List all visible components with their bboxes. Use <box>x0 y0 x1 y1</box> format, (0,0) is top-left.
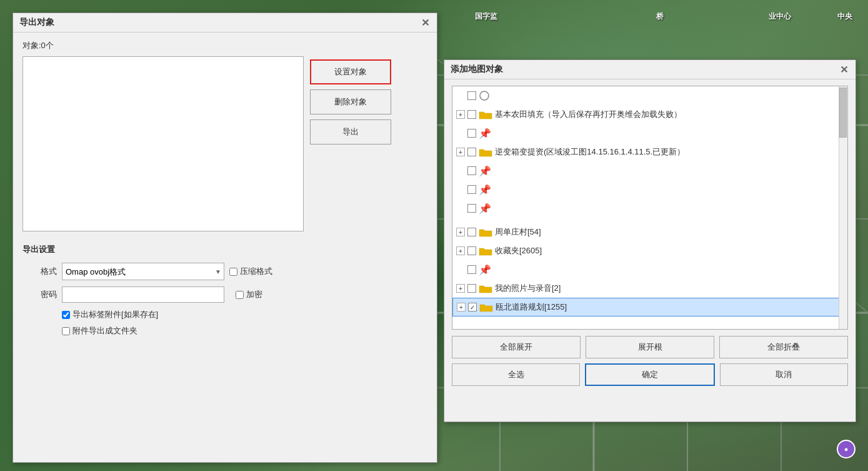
tree-checkbox-6[interactable] <box>467 185 476 194</box>
add-map-dialog-titlebar: 添加地图对象 ✕ <box>444 60 856 79</box>
pin-yellow-icon-6: 📌 <box>479 184 491 196</box>
tree-checkbox-8[interactable] <box>467 228 476 236</box>
object-list <box>22 56 304 231</box>
circle-icon-1 <box>479 90 490 101</box>
expand-all-button[interactable]: 全部展开 <box>452 336 581 358</box>
map-label-business: 业中心 <box>769 11 791 22</box>
tree-item-4[interactable]: + 逆变箱变提资(区域浚工图14.15.16.1.4.11.5.已更新） <box>452 143 847 161</box>
tree-item-3[interactable]: 📌 <box>452 124 847 143</box>
object-count: 对象:0个 <box>22 40 427 51</box>
tree-item-8-label: 周单庄村[54] <box>495 226 541 238</box>
export-dialog-close[interactable]: ✕ <box>419 17 431 28</box>
password-row: 密码 加密 <box>22 286 427 303</box>
format-row: 格式 Omap ovobj格式 KML格式 GPX格式 CSV格式 ▼ 压缩格式 <box>22 263 427 280</box>
folder-icon-2 <box>479 109 492 120</box>
tree-item-12-label: 瓯北道路规划[1255] <box>496 301 567 313</box>
pin-brown-icon-5: 📌 <box>479 165 491 177</box>
confirm-button[interactable]: 确定 <box>585 363 714 386</box>
export-tags-checkbox[interactable] <box>62 311 70 319</box>
format-select[interactable]: Omap ovobj格式 KML格式 GPX格式 CSV格式 <box>62 263 224 280</box>
tree-item-11[interactable]: + 我的照片与录音[2] <box>452 279 847 298</box>
tree-item-4-label: 逆变箱变提资(区域浚工图14.15.16.1.4.11.5.已更新） <box>495 146 685 158</box>
tree-item-2-label: 基本农田填充（导入后保存再打开奥维会加载失败） <box>495 109 682 120</box>
expand-btn-4[interactable]: + <box>456 148 465 156</box>
tree-item-1[interactable] <box>452 86 847 105</box>
attachment-folder-checkbox[interactable] <box>62 327 70 335</box>
object-buttons: 设置对象 删除对象 导出 <box>310 56 391 231</box>
encrypt-checkbox-label[interactable]: 加密 <box>236 289 262 300</box>
folder-icon-11 <box>479 283 492 294</box>
map-label-guozijian: 国字监 <box>475 11 497 22</box>
tree-item-11-label: 我的照片与录音[2] <box>495 283 561 294</box>
expand-btn-2[interactable]: + <box>456 110 465 119</box>
expand-btn-11[interactable]: + <box>456 284 465 293</box>
attachment-folder-text: 附件导出成文件夹 <box>72 325 137 337</box>
tree-item-8[interactable]: + 周单庄村[54] <box>452 223 847 241</box>
folder-icon-9 <box>479 245 492 256</box>
tree-checkbox-3[interactable] <box>467 129 476 138</box>
add-map-body: + 基本农田填充（导入后保存再打开奥维会加载失败） 📌 + <box>444 79 856 392</box>
tree-checkbox-12[interactable] <box>468 303 477 311</box>
expand-btn-12[interactable]: + <box>457 303 466 311</box>
format-select-wrapper: Omap ovobj格式 KML格式 GPX格式 CSV格式 ▼ <box>62 263 224 280</box>
compress-label: 压缩格式 <box>240 266 272 277</box>
export-button[interactable]: 导出 <box>310 119 391 144</box>
add-map-dialog-close[interactable]: ✕ <box>838 64 849 75</box>
tree-item-12[interactable]: + 瓯北道路规划[1255] <box>452 298 847 317</box>
action-buttons-row2: 全选 确定 取消 <box>452 363 848 386</box>
attachment-folder-label[interactable]: 附件导出成文件夹 <box>62 325 137 337</box>
tree-item-2[interactable]: + 基本农田填充（导入后保存再打开奥维会加载失败） <box>452 105 847 124</box>
map-label-central: 中央 <box>837 11 852 22</box>
attachment-folder-row: 附件导出成文件夹 <box>22 325 427 337</box>
folder-icon-4 <box>479 146 492 158</box>
tree-checkbox-10[interactable] <box>467 265 476 274</box>
tree-item-5[interactable]: 📌 <box>452 161 847 180</box>
tree-checkbox-11[interactable] <box>467 284 476 293</box>
export-dialog-title: 导出对象 <box>19 17 54 28</box>
tree-item-10[interactable]: 📌 <box>452 260 847 279</box>
tree-checkbox-9[interactable] <box>467 246 476 255</box>
action-buttons-row1: 全部展开 展开根 全部折叠 <box>452 336 848 358</box>
scrollbar-track[interactable] <box>839 86 847 329</box>
encrypt-checkbox[interactable] <box>236 291 244 299</box>
tree-item-6[interactable]: 📌 <box>452 180 847 199</box>
map-label-bridge: 桥 <box>656 11 664 22</box>
map-marker-purple: ● <box>837 440 856 458</box>
tree-checkbox-7[interactable] <box>467 204 476 213</box>
tree-container[interactable]: + 基本农田填充（导入后保存再打开奥维会加载失败） 📌 + <box>452 86 848 330</box>
tree-item-9-label: 收藏夹[2605] <box>495 245 542 256</box>
format-label: 格式 <box>22 266 57 277</box>
export-dialog-titlebar: 导出对象 ✕ <box>13 13 437 33</box>
export-tags-row: 导出标签附件[如果存在] <box>22 309 427 320</box>
tree-checkbox-5[interactable] <box>467 166 476 175</box>
pin-green-icon-3: 📌 <box>479 128 491 139</box>
tree-checkbox-1[interactable] <box>467 91 476 100</box>
password-label: 密码 <box>22 289 57 300</box>
pin-yellow-icon-10: 📌 <box>479 264 491 276</box>
pin-yellow-icon-7: 📌 <box>479 203 491 215</box>
password-input[interactable] <box>62 286 224 303</box>
expand-root-button[interactable]: 展开根 <box>586 336 714 358</box>
expand-btn-8[interactable]: + <box>456 228 465 236</box>
collapse-all-button[interactable]: 全部折叠 <box>719 336 848 358</box>
folder-icon-8 <box>479 226 492 238</box>
compress-checkbox[interactable] <box>229 268 237 276</box>
tree-item-7[interactable]: 📌 <box>452 199 847 218</box>
tree-checkbox-2[interactable] <box>467 110 476 119</box>
select-all-button[interactable]: 全选 <box>452 363 580 386</box>
encrypt-label: 加密 <box>246 289 262 300</box>
set-object-button[interactable]: 设置对象 <box>310 59 391 84</box>
add-map-dialog: 添加地图对象 ✕ + 基本农田填充（导入后保存再打开奥维 <box>444 59 856 422</box>
export-dialog: 导出对象 ✕ 对象:0个 设置对象 删除对象 导出 导出设置 格式 Omap o… <box>12 13 437 463</box>
compress-checkbox-label[interactable]: 压缩格式 <box>229 266 272 277</box>
export-settings-title: 导出设置 <box>22 244 427 255</box>
export-tags-label[interactable]: 导出标签附件[如果存在] <box>62 309 158 320</box>
delete-object-button[interactable]: 删除对象 <box>310 89 391 114</box>
expand-btn-9[interactable]: + <box>456 246 465 255</box>
cancel-button[interactable]: 取消 <box>720 363 848 386</box>
tree-checkbox-4[interactable] <box>467 148 476 156</box>
scrollbar-thumb[interactable] <box>839 88 847 138</box>
svg-point-11 <box>480 91 489 100</box>
tree-item-9[interactable]: + 收藏夹[2605] <box>452 241 847 260</box>
spacer-1 <box>452 218 847 223</box>
